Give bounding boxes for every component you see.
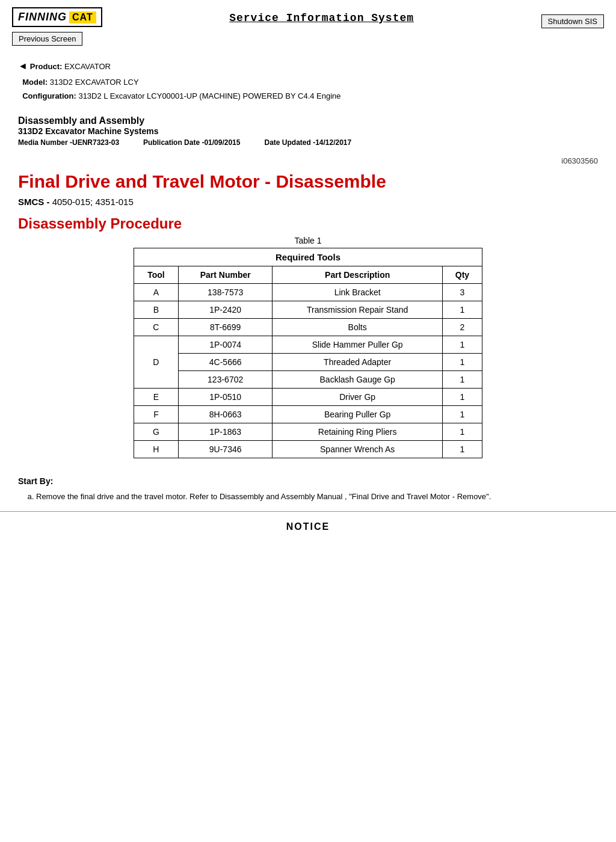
col-part-number: Part Number [178,266,273,283]
col-qty: Qty [442,266,482,283]
table-row: B1P-2420Transmission Repair Stand1 [134,301,482,318]
qty-cell: 1 [442,440,482,458]
tool-cell: A [134,283,179,301]
start-by-item-1: Remove the final drive and the travel mo… [36,491,598,503]
product-info: ◄Product: EXCAVATOR Model: 313D2 EXCAVAT… [0,46,616,109]
part-number-cell: 138-7573 [178,283,273,301]
table-row: A138-7573Link Bracket3 [134,283,482,301]
tool-cell: D [134,336,179,388]
previous-screen-button[interactable]: Previous Screen [12,32,82,46]
tools-table: Required Tools Tool Part Number Part Des… [134,248,482,458]
tool-cell: C [134,318,179,336]
table-row: G1P-1863Retaining Ring Pliers1 [134,423,482,440]
model-row: Model: 313D2 EXCAVATOR LCY [18,75,598,89]
required-tools-row: Required Tools [134,248,482,266]
date-updated: Date Updated -14/12/2017 [264,138,351,147]
qty-cell: 3 [442,283,482,301]
part-description-cell: Bearing Puller Gp [273,405,442,423]
part-description-cell: Spanner Wrench As [273,440,442,458]
column-header-row: Tool Part Number Part Description Qty [134,266,482,283]
logo-area: FINNING CAT Previous Screen [12,7,102,46]
table-caption: Table 1 [18,236,598,245]
table-container: Table 1 Required Tools Tool Part Number … [0,236,616,470]
part-number-cell: 8H-0663 [178,405,273,423]
table-row: 123-6702Backlash Gauge Gp1 [134,370,482,388]
part-description-cell: Slide Hammer Puller Gp [273,336,442,353]
part-number-cell: 9U-7346 [178,440,273,458]
qty-cell: 1 [442,370,482,388]
part-description-cell: Retaining Ring Pliers [273,423,442,440]
shutdown-sis-button[interactable]: Shutdown SIS [541,14,604,28]
tool-cell: F [134,405,179,423]
table-row: H9U-7346Spanner Wrench As1 [134,440,482,458]
product-label: Product: [30,62,62,71]
col-tool: Tool [134,266,179,283]
doc-id: i06303560 [0,156,616,165]
smcs-label: SMCS - [18,197,50,207]
config-value: 313D2 L Excavator LCY00001-UP (MACHINE) … [78,91,340,100]
doc-title-main: Disassembly and Assembly [18,115,598,126]
header-center: Service Information System [102,7,541,24]
qty-cell: 1 [442,353,482,370]
media-number: Media Number -UENR7323-03 [18,138,119,147]
start-by-section: Start By: Remove the final drive and the… [0,470,616,512]
table-row: C8T-6699Bolts2 [134,318,482,336]
start-by-list: Remove the final drive and the travel mo… [36,491,598,503]
logo-box: FINNING CAT [12,7,102,27]
doc-header: Disassembly and Assembly 313D2 Excavator… [0,109,616,153]
config-label: Configuration: [22,91,76,100]
doc-meta: Media Number -UENR7323-03 Publication Da… [18,138,598,147]
bullet-icon: ◄ [18,61,28,71]
product-value: EXCAVATOR [64,62,111,71]
table-row: F8H-0663Bearing Puller Gp1 [134,405,482,423]
part-description-cell: Driver Gp [273,388,442,405]
part-number-cell: 1P-2420 [178,301,273,318]
table-row: D1P-0074Slide Hammer Puller Gp1 [134,336,482,353]
model-value: 313D2 EXCAVATOR LCY [50,78,139,87]
part-number-cell: 4C-5666 [178,353,273,370]
finning-logo: FINNING [18,11,67,23]
tools-tbody: A138-7573Link Bracket3B1P-2420Transmissi… [134,283,482,458]
part-description-cell: Bolts [273,318,442,336]
table-row: 4C-5666Threaded Adapter1 [134,353,482,370]
smcs-line: SMCS - 4050-015; 4351-015 [0,192,616,212]
part-number-cell: 1P-0510 [178,388,273,405]
tool-cell: B [134,301,179,318]
doc-title-sub: 313D2 Excavator Machine Systems [18,126,598,136]
required-tools-header: Required Tools [134,248,482,266]
pub-date: Publication Date -01/09/2015 [143,138,240,147]
start-by-title: Start By: [18,476,598,486]
qty-cell: 1 [442,405,482,423]
col-part-description: Part Description [273,266,442,283]
qty-cell: 1 [442,388,482,405]
cat-logo: CAT [69,11,96,23]
product-row: ◄Product: EXCAVATOR [18,58,598,75]
page-header: FINNING CAT Previous Screen Service Info… [0,0,616,46]
tool-cell: G [134,423,179,440]
qty-cell: 1 [442,301,482,318]
qty-cell: 1 [442,336,482,353]
part-description-cell: Threaded Adapter [273,353,442,370]
qty-cell: 1 [442,423,482,440]
part-number-cell: 123-6702 [178,370,273,388]
notice-title: NOTICE [18,521,598,532]
table-row: E1P-0510Driver Gp1 [134,388,482,405]
service-info-title: Service Information System [102,12,541,24]
part-description-cell: Link Bracket [273,283,442,301]
tool-cell: H [134,440,179,458]
page-main-title: Final Drive and Travel Motor - Disassemb… [0,165,616,192]
model-label: Model: [22,78,48,87]
smcs-value: 4050-015; 4351-015 [52,197,134,207]
disassembly-section-title: Disassembly Procedure [0,212,616,236]
tool-cell: E [134,388,179,405]
qty-cell: 2 [442,318,482,336]
part-number-cell: 8T-6699 [178,318,273,336]
part-number-cell: 1P-0074 [178,336,273,353]
shutdown-area: Shutdown SIS [541,7,604,28]
part-description-cell: Transmission Repair Stand [273,301,442,318]
part-description-cell: Backlash Gauge Gp [273,370,442,388]
part-number-cell: 1P-1863 [178,423,273,440]
notice-section: NOTICE [0,511,616,542]
config-row: Configuration: 313D2 L Excavator LCY0000… [18,89,598,103]
